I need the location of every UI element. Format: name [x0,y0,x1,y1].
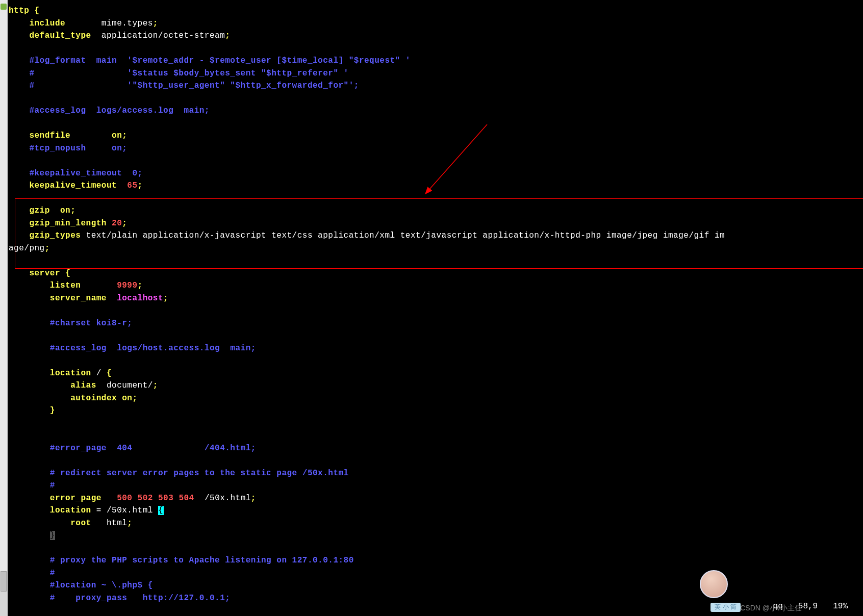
code-line[interactable]: http { [9,6,863,19]
matching-brace: } [50,531,55,540]
code-line[interactable] [9,44,863,57]
code-line[interactable] [9,356,863,369]
code-line[interactable]: server_name localhost; [9,294,863,306]
code-line[interactable]: #tcp_nopush on; [9,144,863,157]
scrollbar-track[interactable] [0,0,7,592]
code-line[interactable]: gzip on; [9,206,863,219]
code-line[interactable] [9,256,863,269]
code-line[interactable]: age/png; [9,244,863,256]
code-line[interactable] [9,119,863,132]
code-line[interactable]: #keepalive_timeout 0; [9,169,863,182]
code-line[interactable] [9,431,863,444]
code-line[interactable]: autoindex on; [9,394,863,406]
code-editor[interactable]: http { include mime.types; default_type … [8,0,863,616]
code-line[interactable]: server { [9,269,863,281]
code-line[interactable] [9,419,863,431]
cursor: { [158,506,164,515]
code-line[interactable]: #access_log logs/host.access.log main; [9,344,863,356]
code-line[interactable]: # proxy the PHP scripts to Apache listen… [9,556,863,569]
watermark-text: CSDN @小v小主任 [740,604,802,612]
code-line[interactable]: location = /50x.html { [9,506,863,519]
code-line[interactable]: # '$status $body_bytes_sent "$http_refer… [9,69,863,82]
avatar-image [700,570,728,598]
code-line[interactable]: #error_page 404 /404.html; [9,444,863,456]
scroll-percent: 19% [833,602,848,611]
code-line[interactable]: #access_log logs/access.log main; [9,106,863,119]
code-line[interactable] [9,94,863,107]
code-line[interactable]: gzip_min_length 20; [9,219,863,232]
code-line[interactable]: # '"$http_user_agent" "$http_x_forwarded… [9,81,863,94]
code-line[interactable]: #log_format main '$remote_addr - $remote… [9,56,863,69]
code-line[interactable] [9,456,863,469]
code-line[interactable]: root html; [9,519,863,531]
code-line[interactable] [9,331,863,344]
code-line[interactable]: error_page 500 502 503 504 /50x.html; [9,494,863,506]
code-line[interactable]: gzip_types text/plain application/x-java… [9,231,863,244]
code-line[interactable]: default_type application/octet-stream; [9,31,863,44]
code-line[interactable]: alias document/; [9,381,863,394]
code-line[interactable] [9,194,863,207]
code-line[interactable] [9,156,863,169]
code-line[interactable]: location / { [9,369,863,381]
code-line[interactable]: keepalive_timeout 65; [9,181,863,194]
code-line[interactable]: } [9,531,863,544]
scroll-thumb[interactable] [1,571,7,592]
code-line[interactable]: # [9,481,863,494]
scroll-marker [1,4,7,10]
code-line[interactable] [9,544,863,556]
code-line[interactable]: include mime.types; [9,19,863,32]
editor-container: 2111111 http { include mime.types; defau… [0,0,863,616]
code-line[interactable]: # [9,569,863,581]
code-line[interactable]: #location ~ \.php$ { [9,581,863,594]
code-line[interactable] [9,306,863,319]
code-line[interactable]: # redirect server error pages to the sta… [9,469,863,481]
code-line[interactable]: #charset koi8-r; [9,319,863,331]
code-line[interactable]: listen 9999; [9,281,863,294]
avatar-badge: 英 小 筒 [710,603,741,612]
code-line[interactable]: } [9,406,863,419]
code-line[interactable]: sendfile on; [9,131,863,144]
